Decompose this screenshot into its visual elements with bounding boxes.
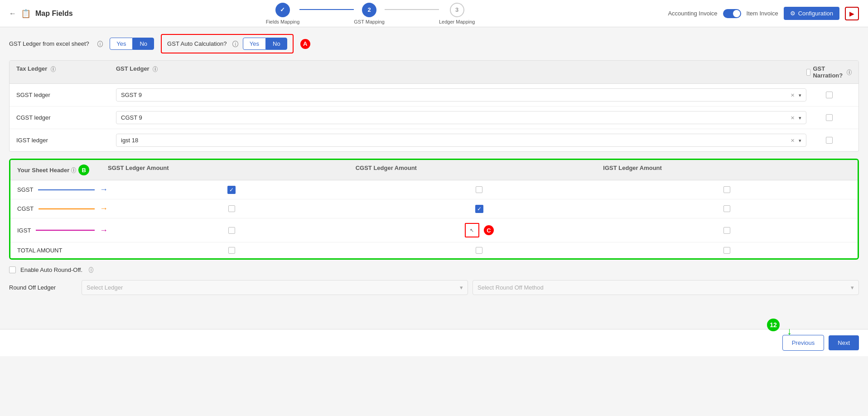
- previous-button[interactable]: Previous: [782, 335, 825, 351]
- ledger-select[interactable]: Select Ledger ▾: [82, 280, 468, 295]
- sgst-cgst-checkbox[interactable]: [476, 186, 482, 193]
- igst-narration-checkbox[interactable]: [826, 137, 833, 144]
- igst-narration-cell: [806, 137, 852, 144]
- step-line-1: [299, 9, 354, 10]
- igst-amount-col: IGST Ledger Amount: [603, 164, 851, 175]
- gst-ledger-row: GST Ledger from excel sheet? i Yes No GS…: [9, 34, 859, 53]
- sgst-narration-cell: [806, 92, 852, 98]
- gst-auto-calc-yes-button[interactable]: Yes: [243, 38, 266, 50]
- sgst-gst-ledger-select[interactable]: SGST 9 ✕ ▾: [116, 88, 806, 102]
- round-off-checkbox[interactable]: [9, 266, 16, 273]
- gear-icon: ⚙: [790, 10, 796, 17]
- footer: 12 ↓ Previous Next: [0, 329, 868, 356]
- sgst-narration-checkbox[interactable]: [826, 92, 833, 98]
- igst-cgst-cell: ↖ C: [356, 223, 603, 237]
- sgst-sgst-checkbox[interactable]: ✓: [227, 186, 236, 194]
- total-cgst-checkbox[interactable]: [476, 247, 482, 254]
- badge-12: 12: [767, 319, 780, 331]
- sgst-clear-icon[interactable]: ✕: [791, 92, 795, 98]
- igst-gst-ledger-select[interactable]: igst 18 ✕ ▾: [116, 134, 806, 147]
- step-2-circle: 2: [362, 3, 376, 17]
- igst-clear-icon[interactable]: ✕: [791, 138, 795, 143]
- ledger-table: Tax Ledger i GST Ledger i GST Narration?…: [9, 60, 859, 152]
- igst-igst-cell: [603, 227, 851, 234]
- page-icon: 📋: [21, 9, 31, 19]
- main-content: GST Ledger from excel sheet? i Yes No GS…: [0, 27, 868, 302]
- cgst-ledger-value: CGST 9: [121, 114, 142, 121]
- gst-auto-calc-group: GST Auto Calculation? i Yes No: [161, 34, 294, 53]
- cgst-right-arrow: →: [100, 204, 108, 213]
- method-select[interactable]: Select Round Off Method ▾: [473, 280, 859, 295]
- gst-narration-header: GST Narration? i: [806, 65, 852, 79]
- tax-ledger-header: Tax Ledger i: [16, 65, 116, 79]
- gst-auto-calc-no-button[interactable]: No: [266, 38, 287, 50]
- sgst-ledger-row: SGST ledger SGST 9 ✕ ▾: [10, 84, 858, 106]
- sheet-header-info[interactable]: i: [71, 167, 76, 173]
- cgst-narration-checkbox[interactable]: [826, 114, 833, 121]
- cgst-sgst-checkbox[interactable]: [228, 205, 235, 212]
- sgst-amount-col: SGST Ledger Amount: [108, 164, 356, 175]
- step-2: 2 GST Mapping: [354, 3, 385, 24]
- sheet-header-col: Your Sheet Header i B: [17, 164, 108, 175]
- cgst-igst-checkbox[interactable]: [723, 205, 730, 212]
- igst-igst-checkbox[interactable]: [723, 227, 730, 234]
- total-sgst-checkbox[interactable]: [228, 247, 235, 254]
- sgst-igst-checkbox[interactable]: [723, 186, 730, 193]
- ledger-table-header: Tax Ledger i GST Ledger i GST Narration?…: [10, 61, 858, 84]
- gst-ledger-header-info[interactable]: i: [153, 66, 158, 72]
- badge-a: A: [300, 39, 310, 49]
- cgst-cgst-cell: ✓: [356, 205, 603, 213]
- next-button[interactable]: Next: [829, 335, 859, 350]
- step-1: ✓ Fields Mapping: [266, 3, 300, 24]
- sgst-right-arrow: →: [100, 185, 108, 194]
- total-amount-row: TOTAL AMOUNT: [10, 242, 858, 258]
- gst-ledger-info-icon[interactable]: i: [97, 41, 103, 47]
- igst-dropdown-icon[interactable]: ▾: [799, 138, 801, 143]
- accounting-invoice-label: Accounting Invoice: [668, 10, 717, 17]
- badge-c: C: [484, 225, 494, 235]
- igst-ledger-value: igst 18: [121, 137, 138, 144]
- cgst-gst-ledger-select[interactable]: CGST 9 ✕ ▾: [116, 111, 806, 124]
- config-btn-label: Configuration: [798, 10, 833, 17]
- total-igst-checkbox[interactable]: [723, 247, 730, 254]
- top-right: Accounting Invoice Item Invoice ⚙ Config…: [668, 7, 859, 20]
- gst-ledger-question: GST Ledger from excel sheet?: [9, 40, 89, 47]
- igst-sgst-checkbox[interactable]: [228, 227, 235, 234]
- gst-ledger-header: GST Ledger i: [116, 65, 806, 79]
- gst-ledger-yes-button[interactable]: Yes: [110, 38, 133, 50]
- gst-narration-checkbox[interactable]: [806, 69, 810, 76]
- igst-sgst-cell: [108, 227, 356, 234]
- cgst-sgst-cell: [108, 205, 356, 212]
- cgst-dropdown-icon[interactable]: ▾: [799, 115, 801, 121]
- sgst-ledger-value: SGST 9: [121, 92, 142, 98]
- igst-arrow-line: [36, 230, 95, 231]
- ledger-dropdown-icon: ▾: [460, 284, 463, 291]
- gst-auto-calc-info-icon[interactable]: i: [232, 41, 238, 47]
- configuration-button[interactable]: ⚙ Configuration: [784, 7, 839, 20]
- cgst-row-label-cell: CGST →: [17, 204, 108, 213]
- round-off-info[interactable]: i: [89, 267, 93, 273]
- cgst-narration-cell: [806, 114, 852, 121]
- back-button[interactable]: ←: [9, 10, 16, 18]
- toggle-switch[interactable]: [723, 9, 741, 18]
- top-bar: ← 📋 Map Fields ✓ Fields Mapping 2 GST Ma…: [0, 0, 868, 27]
- igst-mapping-row: IGST → ↖ C: [10, 218, 858, 242]
- cgst-cgst-checkbox[interactable]: ✓: [475, 205, 483, 213]
- round-off-row: Enable Auto Round-Off. i: [9, 266, 859, 273]
- gst-narration-info[interactable]: i: [847, 69, 852, 75]
- sgst-row-label-cell: SGST →: [17, 185, 108, 194]
- sgst-arrow-line: [38, 189, 95, 190]
- gst-ledger-no-button[interactable]: No: [133, 38, 154, 50]
- cgst-clear-icon[interactable]: ✕: [791, 115, 795, 121]
- method-placeholder: Select Round Off Method: [477, 284, 544, 291]
- step-1-circle: ✓: [275, 3, 290, 17]
- cgst-mapping-row: CGST → ✓: [10, 199, 858, 218]
- green-down-arrow: ↓: [787, 325, 792, 337]
- igst-cgst-red-box[interactable]: ↖: [465, 223, 479, 237]
- sgst-igst-cell: [603, 186, 851, 193]
- youtube-button[interactable]: ▶: [845, 7, 859, 20]
- igst-row-label-cell: IGST →: [17, 226, 108, 235]
- tax-ledger-info[interactable]: i: [51, 66, 56, 72]
- step-3: 3 Ledger Mapping: [439, 3, 475, 24]
- sgst-dropdown-icon[interactable]: ▾: [799, 92, 801, 98]
